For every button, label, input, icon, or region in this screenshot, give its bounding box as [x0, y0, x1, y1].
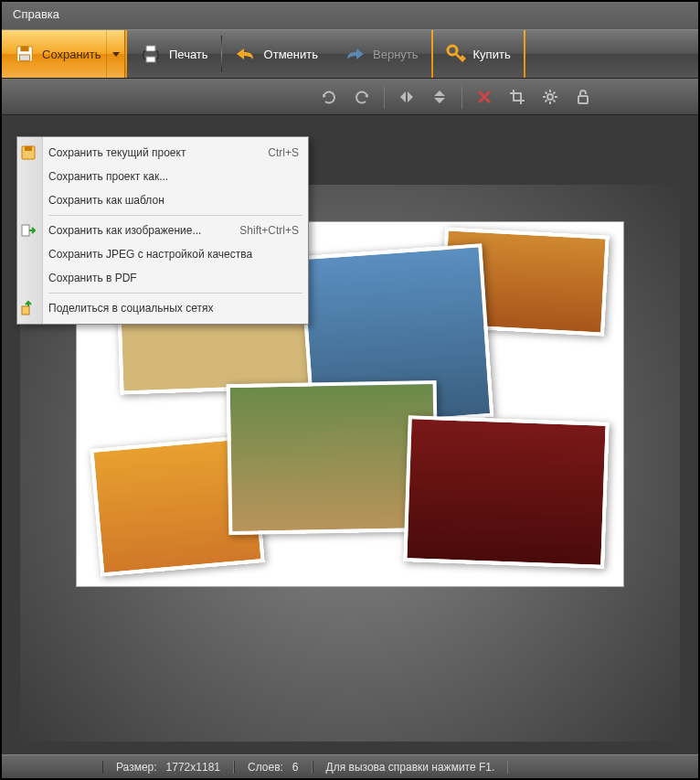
- menu-item-label: Сохранить как изображение...: [48, 224, 201, 237]
- printer-icon: [140, 44, 162, 64]
- toolbar-separator: [384, 85, 385, 109]
- svg-rect-12: [22, 306, 29, 315]
- menu-save-template[interactable]: Сохранить как шаблон: [43, 188, 308, 212]
- save-dropdown-menu: Сохранить текущий проект Ctrl+S Сохранит…: [16, 136, 309, 325]
- settings-button[interactable]: [534, 82, 567, 112]
- save-label: Сохранить: [42, 48, 101, 61]
- svg-rect-11: [22, 225, 29, 236]
- status-hint-text: Для вызова справки нажмите F1.: [326, 761, 495, 774]
- disk-icon: [19, 144, 37, 162]
- share-icon: [19, 299, 37, 317]
- dropdown-items: Сохранить текущий проект Ctrl+S Сохранит…: [43, 137, 308, 324]
- menu-save-jpeg[interactable]: Сохранить JPEG с настройкой качества: [43, 242, 308, 266]
- status-layers-value: 6: [292, 761, 299, 774]
- svg-rect-4: [146, 46, 155, 51]
- status-size: Размер: 1772x1181: [102, 761, 234, 774]
- status-bar: Размер: 1772x1181 Слоев: 6 Для вызова сп…: [2, 754, 698, 778]
- redo-label: Вернуть: [373, 48, 419, 61]
- buy-button[interactable]: Купить: [433, 30, 524, 78]
- svg-rect-10: [25, 146, 32, 151]
- save-dropdown-arrow[interactable]: [106, 30, 124, 78]
- key-icon: [446, 44, 466, 64]
- status-layers-label: Слоев:: [248, 761, 283, 774]
- undo-button[interactable]: Отменить: [222, 30, 331, 78]
- disk-icon: [15, 44, 35, 64]
- export-icon: [19, 221, 37, 240]
- menu-help[interactable]: Справка: [13, 7, 59, 21]
- menu-item-label: Сохранить как шаблон: [48, 194, 164, 207]
- menu-save-as[interactable]: Сохранить проект как...: [43, 165, 308, 188]
- svg-rect-8: [578, 96, 588, 103]
- toolbar-separator: [524, 30, 525, 78]
- menu-save-pdf[interactable]: Сохранить в PDF: [43, 266, 308, 290]
- status-size-label: Размер:: [116, 761, 157, 774]
- secondary-toolbar: [2, 79, 698, 115]
- menu-item-shortcut: Ctrl+S: [268, 146, 299, 159]
- menu-item-label: Сохранить проект как...: [48, 170, 168, 183]
- print-button[interactable]: Печать: [127, 30, 221, 78]
- svg-rect-1: [20, 47, 28, 52]
- menu-save-image[interactable]: Сохранить как изображение... Shift+Ctrl+…: [43, 219, 308, 242]
- svg-point-7: [547, 94, 553, 100]
- menu-bar: Справка: [2, 2, 698, 29]
- redo-button[interactable]: Вернуть: [331, 30, 431, 78]
- menu-item-shortcut: Shift+Ctrl+S: [239, 224, 299, 237]
- status-size-value: 1772x1181: [166, 761, 220, 774]
- crop-button[interactable]: [501, 82, 534, 112]
- rotate-right-button[interactable]: [345, 82, 378, 112]
- toolbar-separator: [461, 85, 462, 109]
- buy-label: Купить: [473, 48, 511, 61]
- menu-save-current[interactable]: Сохранить текущий проект Ctrl+S: [43, 141, 308, 165]
- menu-separator: [48, 215, 302, 216]
- menu-share-social[interactable]: Поделиться в социальных сетях: [43, 296, 308, 320]
- svg-rect-2: [20, 55, 30, 60]
- save-button[interactable]: Сохранить: [2, 30, 125, 78]
- undo-icon: [235, 45, 257, 63]
- menu-item-label: Сохранить текущий проект: [48, 146, 186, 159]
- lock-button[interactable]: [567, 82, 599, 112]
- print-label: Печать: [169, 48, 208, 61]
- status-hint: Для вызова справки нажмите F1.: [313, 761, 509, 774]
- undo-label: Отменить: [264, 48, 318, 61]
- svg-rect-5: [146, 57, 155, 62]
- menu-item-label: Сохранить в PDF: [48, 272, 137, 284]
- collage-photo[interactable]: [403, 415, 609, 569]
- main-toolbar: Сохранить Печать Отменить Вернуть: [2, 29, 698, 79]
- flip-vertical-button[interactable]: [423, 82, 456, 112]
- rotate-left-button[interactable]: [313, 82, 345, 112]
- redo-icon: [344, 45, 366, 63]
- status-layers: Слоев: 6: [234, 761, 313, 774]
- menu-item-label: Сохранить JPEG с настройкой качества: [48, 248, 252, 261]
- flip-horizontal-button[interactable]: [390, 82, 423, 112]
- menu-item-label: Поделиться в социальных сетях: [48, 302, 213, 315]
- menu-separator: [48, 293, 302, 294]
- delete-button[interactable]: [468, 82, 501, 112]
